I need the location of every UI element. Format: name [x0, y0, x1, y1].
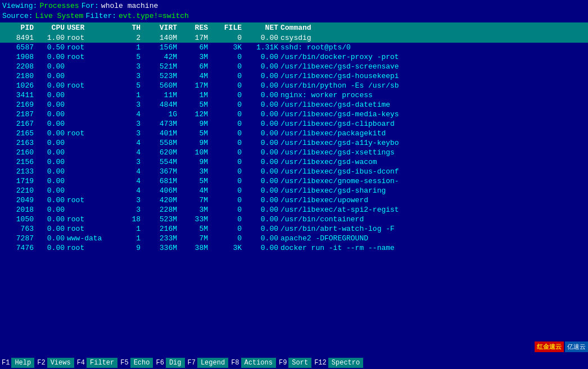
table-row[interactable]: 1719 0.00 4 681M 5M 0 0.00 /usr/libexec/… — [0, 176, 588, 186]
cell-th: 4 — [115, 167, 143, 176]
cell-th: 4 — [115, 139, 143, 147]
cell-net: 0.00 — [244, 53, 281, 61]
col-user: USER — [67, 24, 115, 32]
cell-command: /usr/libexec/gsd-sharing — [281, 186, 586, 195]
table-row[interactable]: 2208 0.00 3 521M 6M 0 0.00 /usr/libexec/… — [0, 62, 588, 71]
cell-th: 4 — [115, 148, 143, 157]
cell-user: root — [67, 196, 115, 204]
cell-command: /usr/libexec/gsd-media-keys — [281, 110, 586, 119]
footer-key-f9[interactable]: F9Sort — [277, 358, 313, 368]
cell-command: /usr/libexec/gsd-clipboard — [281, 120, 586, 128]
table-row[interactable]: 2180 0.00 3 523M 4M 0 0.00 /usr/libexec/… — [0, 71, 588, 81]
cell-virt: 523M — [143, 72, 179, 80]
table-row[interactable]: 2165 0.00 root 3 401M 5M 0 0.00 /usr/lib… — [0, 129, 588, 138]
cell-cpu: 0.00 — [36, 139, 67, 147]
table-row[interactable]: 6587 0.50 root 1 156M 6M 3K 1.31K sshd: … — [0, 43, 588, 52]
cell-virt: 681M — [143, 177, 179, 185]
table-row[interactable]: 7476 0.00 root 9 336M 38M 3K 0.00 docker… — [0, 243, 588, 253]
table-row[interactable]: 2163 0.00 4 558M 9M 0 0.00 /usr/libexec/… — [0, 138, 588, 148]
cell-command: apache2 -DFOREGROUND — [281, 234, 586, 243]
cell-cpu: 0.00 — [36, 234, 67, 243]
cell-command: /usr/libexec/gsd-xsettings — [281, 148, 586, 157]
cell-user: root — [67, 43, 115, 52]
cell-res: 3M — [179, 53, 210, 61]
key-num: F12 — [313, 358, 328, 368]
table-row[interactable]: 7287 0.00 www-data 1 233M 7M 0 0.00 apac… — [0, 234, 588, 243]
cell-net: 0.00 — [244, 167, 281, 176]
cell-th: 3 — [115, 72, 143, 80]
cell-virt: 156M — [143, 43, 179, 52]
cell-net: 1.31K — [244, 43, 281, 52]
cell-cpu: 0.00 — [36, 81, 67, 90]
table-row[interactable]: 1050 0.00 root 18 523M 33M 0 0.00 /usr/b… — [0, 215, 588, 224]
key-label: Spectro — [328, 358, 363, 368]
table-row[interactable]: 1908 0.00 root 5 42M 3M 0 0.00 /usr/bin/… — [0, 52, 588, 62]
cell-file: 0 — [210, 234, 244, 243]
cell-file: 0 — [210, 91, 244, 99]
cell-th: 1 — [115, 91, 143, 99]
table-row[interactable]: 2133 0.00 4 367M 3M 0 0.00 /usr/libexec/… — [0, 167, 588, 176]
footer-key-f4[interactable]: F4Filter — [75, 358, 119, 368]
footer-key-f12[interactable]: F12Spectro — [313, 358, 364, 368]
cell-net: 0.00 — [244, 225, 281, 233]
for-label: For: — [82, 1, 99, 11]
cell-res: 3M — [179, 206, 210, 214]
cell-net: 0.00 — [244, 110, 281, 119]
footer-key-f2[interactable]: F2Views — [35, 358, 75, 368]
table-row[interactable]: 2187 0.00 4 1G 12M 0 0.00 /usr/libexec/g… — [0, 110, 588, 119]
table-row[interactable]: 2018 0.00 3 228M 3M 0 0.00 /usr/libexec/… — [0, 205, 588, 215]
cell-user: root — [67, 34, 115, 42]
table-row[interactable]: 2210 0.00 4 406M 4M 0 0.00 /usr/libexec/… — [0, 186, 588, 195]
cell-cpu: 0.00 — [36, 244, 67, 252]
cell-net: 0.00 — [244, 91, 281, 99]
footer-key-f7[interactable]: F7Legend — [186, 358, 230, 368]
cell-net: 0.00 — [244, 148, 281, 157]
cell-file: 0 — [210, 81, 244, 90]
table-row[interactable]: 8491 1.00 root 2 140M 17M 0 0.00 csysdig — [0, 33, 588, 43]
table-row[interactable]: 1026 0.00 root 5 560M 17M 0 0.00 /usr/bi… — [0, 81, 588, 90]
cell-virt: 484M — [143, 101, 179, 109]
cell-pid: 6587 — [2, 43, 36, 52]
footer-key-f8[interactable]: F8Actions — [229, 358, 277, 368]
viewing-label: Viewing: — [2, 1, 37, 11]
header-line-2: Source: Live System Filter: evt.type!=sw… — [2, 11, 586, 21]
cell-file: 0 — [210, 139, 244, 147]
table-row[interactable]: 2167 0.00 3 473M 9M 0 0.00 /usr/libexec/… — [0, 119, 588, 129]
footer-key-f5[interactable]: F5Echo — [119, 358, 154, 368]
key-num: F9 — [277, 358, 288, 368]
cell-th: 3 — [115, 158, 143, 166]
cell-pid: 2208 — [2, 62, 36, 71]
cell-file: 0 — [210, 72, 244, 80]
table-row[interactable]: 2160 0.00 4 620M 10M 0 0.00 /usr/libexec… — [0, 148, 588, 157]
cell-th: 4 — [115, 177, 143, 185]
table-row[interactable]: 2049 0.00 root 3 420M 7M 0 0.00 /usr/lib… — [0, 195, 588, 205]
col-pid: PID — [2, 24, 36, 32]
cell-pid: 1908 — [2, 53, 36, 61]
cell-command: /usr/libexec/at-spi2-regist — [281, 206, 586, 214]
footer-key-f6[interactable]: F6Dig — [154, 358, 186, 368]
cell-net: 0.00 — [244, 196, 281, 204]
table-row[interactable]: 2169 0.00 3 484M 5M 0 0.00 /usr/libexec/… — [0, 100, 588, 110]
cell-user: www-data — [67, 234, 115, 243]
cell-pid: 1719 — [2, 177, 36, 185]
table-row[interactable]: 763 0.00 root 1 216M 5M 0 0.00 /usr/bin/… — [0, 224, 588, 234]
cell-th: 5 — [115, 81, 143, 90]
key-num: F6 — [154, 358, 165, 368]
cell-user — [67, 167, 115, 176]
key-label: Legend — [197, 358, 228, 368]
source-value: Live System — [35, 11, 84, 21]
cell-virt: 523M — [143, 215, 179, 224]
col-cpu: CPU — [36, 24, 67, 32]
source-label: Source: — [2, 11, 33, 21]
cell-cpu: 0.00 — [36, 53, 67, 61]
table-row[interactable]: 2156 0.00 3 554M 9M 0 0.00 /usr/libexec/… — [0, 157, 588, 167]
cell-virt: 42M — [143, 53, 179, 61]
footer-key-f1[interactable]: F1Help — [0, 358, 35, 368]
cell-virt: 620M — [143, 148, 179, 157]
col-command: Command — [281, 24, 586, 32]
cell-user — [67, 177, 115, 185]
cell-user: root — [67, 225, 115, 233]
table-row[interactable]: 3411 0.00 1 11M 1M 0 0.00 nginx: worker … — [0, 90, 588, 100]
cell-net: 0.00 — [244, 62, 281, 71]
cell-res: 3M — [179, 167, 210, 176]
